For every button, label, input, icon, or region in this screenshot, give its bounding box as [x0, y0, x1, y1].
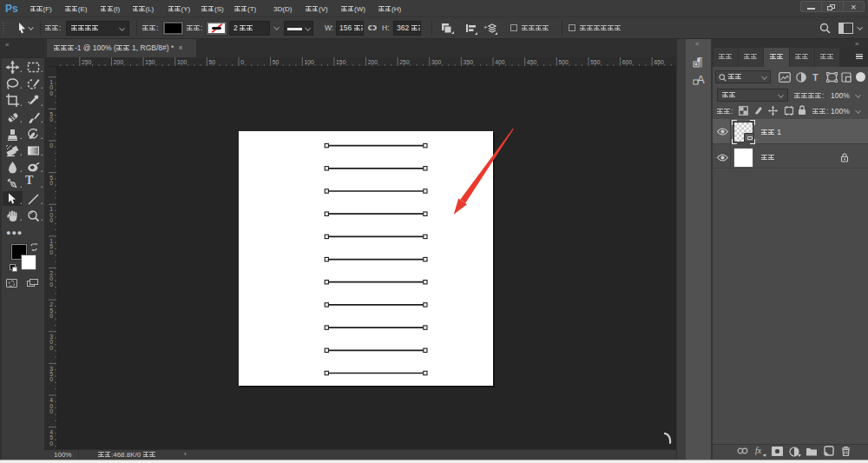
svg-text:0: 0: [49, 408, 53, 414]
svg-text:450: 450: [527, 59, 537, 65]
svg-text:0: 0: [49, 217, 53, 223]
svg-text:0: 0: [49, 249, 53, 255]
svg-text:0: 0: [49, 376, 53, 382]
svg-text:200: 200: [114, 59, 124, 65]
svg-text:50: 50: [209, 59, 216, 65]
svg-text:200: 200: [368, 59, 378, 65]
svg-text:250: 250: [399, 59, 410, 65]
svg-text:0: 0: [49, 440, 53, 446]
svg-text:50: 50: [273, 59, 279, 65]
svg-text:150: 150: [145, 59, 155, 65]
svg-text:350: 350: [464, 59, 474, 65]
svg-text:0: 0: [49, 345, 53, 351]
svg-text:250: 250: [82, 59, 92, 65]
svg-text:0: 0: [240, 59, 244, 65]
svg-text:0: 0: [49, 313, 53, 319]
svg-text:650: 650: [654, 59, 664, 65]
svg-text:150: 150: [336, 59, 346, 65]
svg-text:400: 400: [495, 59, 505, 65]
svg-text:0: 0: [49, 90, 53, 96]
svg-text:0: 0: [49, 180, 53, 186]
svg-text:100: 100: [304, 59, 314, 65]
svg-text:100: 100: [177, 59, 187, 65]
svg-text:300: 300: [431, 59, 442, 65]
svg-text:550: 550: [590, 59, 601, 65]
svg-text:0: 0: [49, 281, 53, 288]
svg-text:0: 0: [49, 116, 53, 122]
svg-text:600: 600: [622, 59, 633, 65]
svg-text:500: 500: [559, 59, 569, 65]
svg-text:+: +: [483, 23, 488, 31]
svg-text:0: 0: [49, 142, 53, 149]
